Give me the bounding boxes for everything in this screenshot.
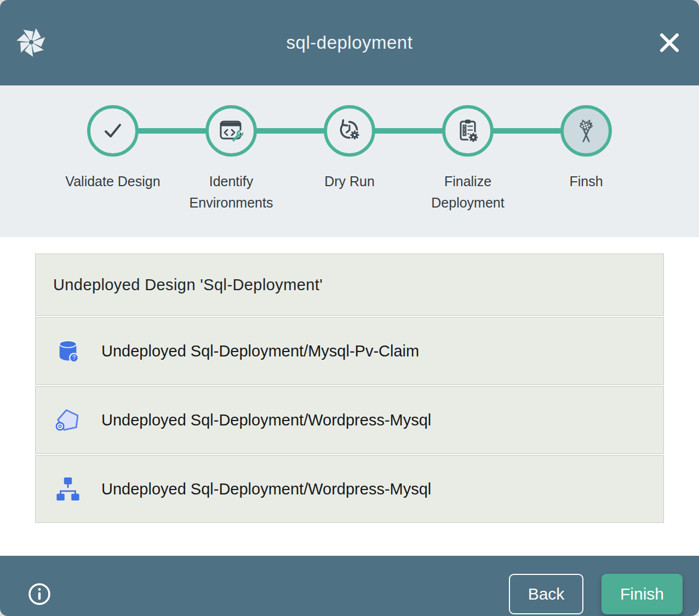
step-label: Validate Design [65, 171, 160, 192]
svg-text:?: ? [72, 354, 76, 361]
clipboard-gear-icon [455, 118, 481, 144]
check-icon [100, 118, 126, 144]
step-circle-2[interactable] [205, 105, 257, 157]
dialog-footer: Back Finish [0, 556, 699, 616]
dialog-header: sql-deployment [0, 0, 699, 85]
wizard-stepper: Validate Design Iden [0, 85, 699, 237]
close-icon [656, 30, 683, 56]
step-finish: Finsh [527, 105, 645, 214]
close-button[interactable] [656, 30, 683, 56]
step-label: Dry Run [324, 171, 375, 192]
step-circle-3[interactable] [324, 105, 375, 157]
list-item-text: Undeployed Sql-Deployment/Mysql-Pv-Claim [101, 342, 419, 360]
list-item-wordpress-mysql-2: Undeployed Sql-Deployment/Wordpress-Mysq… [35, 455, 664, 523]
dialog-title: sql-deployment [0, 32, 699, 53]
list-item-text: Undeployed Sql-Deployment/Wordpress-Mysq… [101, 480, 431, 498]
deployment-summary-area: Undeployed Design 'Sql-Deployment' ? Und… [0, 254, 699, 556]
step-identify-environments: Identify Environments [172, 105, 290, 214]
list-item-wordpress-mysql-1: Undeployed Sql-Deployment/Wordpress-Mysq… [35, 386, 664, 454]
list-item-mysql-pv-claim: ? Undeployed Sql-Deployment/Mysql-Pv-Cla… [35, 317, 664, 385]
step-finalize-deployment: Finalize Deployment [409, 105, 527, 214]
hierarchy-icon [55, 476, 81, 502]
step-circle-5[interactable] [560, 105, 612, 157]
step-dry-run: Dry Run [290, 105, 409, 214]
finish-button[interactable]: Finish [601, 574, 683, 614]
list-item-text: Undeployed Sql-Deployment/Wordpress-Mysq… [101, 411, 431, 429]
step-label: Finalize Deployment [409, 171, 527, 214]
pinwheel-logo-icon [15, 26, 47, 58]
history-gear-icon [336, 118, 363, 144]
code-window-wrench-icon [218, 118, 244, 144]
database-question-icon: ? [55, 338, 81, 364]
checkered-flags-icon [573, 118, 599, 144]
info-icon [27, 582, 51, 606]
undeployed-panel: Undeployed Design 'Sql-Deployment' ? Und… [35, 254, 664, 523]
back-button[interactable]: Back [509, 574, 583, 614]
pentagon-node-icon [55, 407, 81, 433]
step-label: Identify Environments [173, 171, 290, 214]
step-label: Finsh [569, 171, 603, 192]
step-validate-design: Validate Design [54, 105, 172, 214]
step-circle-4[interactable] [442, 105, 494, 157]
info-button[interactable] [27, 582, 51, 606]
panel-header: Undeployed Design 'Sql-Deployment' [35, 254, 664, 316]
sql-deployment-dialog: sql-deployment Validate Design [0, 0, 699, 616]
step-circle-1[interactable] [87, 105, 139, 157]
